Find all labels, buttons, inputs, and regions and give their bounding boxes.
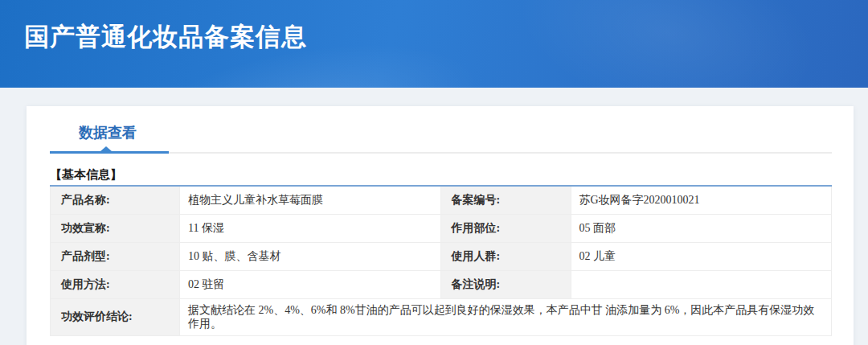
value-remarks bbox=[571, 271, 832, 298]
label-remarks: 备注说明: bbox=[441, 271, 571, 298]
basic-info-table: 产品名称: 植物主义儿童补水草莓面膜 备案编号: 苏G妆网备字202001002… bbox=[50, 187, 832, 336]
tab-divider-line bbox=[169, 152, 832, 154]
value-efficacy-evaluation: 据文献结论在 2%、4%、6%和 8%甘油的产品可以起到良好的保湿效果，本产品中… bbox=[180, 299, 831, 335]
tab-active-indicator bbox=[50, 151, 169, 154]
label-usage-method: 使用方法: bbox=[51, 271, 179, 298]
value-application-site: 05 面部 bbox=[571, 215, 832, 242]
content-card: 数据查看 【基本信息】 产品名称: 植物主义儿童补水草莓面膜 备案编号: 苏G妆… bbox=[27, 106, 854, 345]
page-title: 国产普通化妆品备案信息 bbox=[0, 0, 868, 54]
tab-underline bbox=[50, 151, 832, 154]
value-dosage-form: 10 贴、膜、含基材 bbox=[180, 243, 440, 270]
label-application-site: 作用部位: bbox=[441, 215, 571, 242]
value-efficacy-claim: 11 保湿 bbox=[180, 215, 440, 242]
value-filing-number: 苏G妆网备字2020010021 bbox=[571, 187, 832, 214]
tab-active-arrow-icon bbox=[100, 146, 112, 151]
label-target-users: 使用人群: bbox=[441, 243, 571, 270]
tab-data-view[interactable]: 数据查看 bbox=[79, 124, 137, 142]
label-dosage-form: 产品剂型: bbox=[51, 243, 179, 270]
label-filing-number: 备案编号: bbox=[441, 187, 571, 214]
section-title-basic-info: 【基本信息】 bbox=[50, 167, 832, 182]
label-product-name: 产品名称: bbox=[51, 187, 179, 214]
label-efficacy-evaluation: 功效评价结论: bbox=[51, 299, 179, 335]
label-efficacy-claim: 功效宣称: bbox=[51, 215, 179, 242]
value-usage-method: 02 驻留 bbox=[180, 271, 440, 298]
value-product-name: 植物主义儿童补水草莓面膜 bbox=[180, 187, 440, 214]
tab-bar: 数据查看 bbox=[50, 106, 832, 154]
value-target-users: 02 儿童 bbox=[571, 243, 832, 270]
page-banner: 国产普通化妆品备案信息 bbox=[0, 0, 868, 88]
